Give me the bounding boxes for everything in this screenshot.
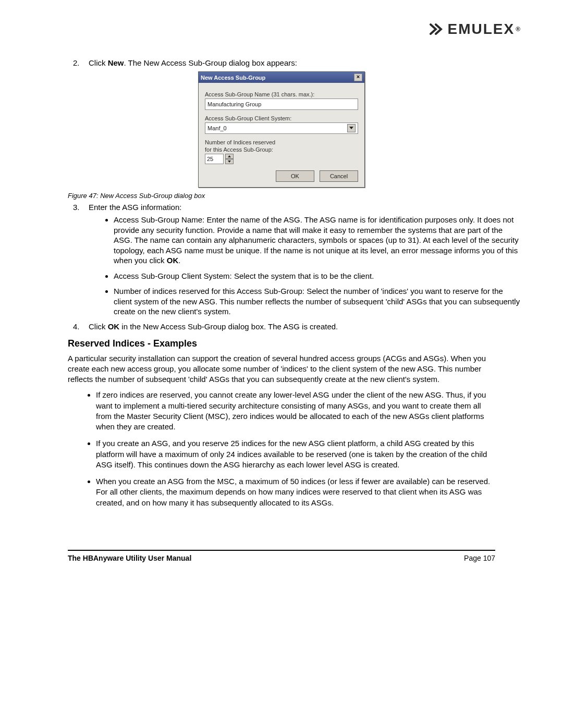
chevron-down-icon[interactable] [347, 124, 356, 132]
step-3-bullets: Access Sub-Group Name: Enter the name of… [104, 215, 521, 317]
step-2-bold: New [108, 58, 124, 67]
section-bullet-0: If zero indices are reserved, you cannot… [96, 390, 495, 432]
step-4-num: 4. [73, 322, 89, 331]
dialog-title: New Access Sub-Group [201, 75, 265, 81]
asg-name-input[interactable]: Manufacturing Group [205, 98, 358, 110]
asg-name-label: Access Sub-Group Name (31 chars. max.): [205, 91, 358, 97]
new-asg-dialog: New Access Sub-Group × Access Sub-Group … [198, 71, 365, 188]
indices-label-2: for this Access Sub-Group: [205, 146, 358, 153]
ok-button[interactable]: OK [276, 170, 314, 182]
step-3-text: Enter the ASG information: [89, 203, 521, 212]
section-bullet-1: If you create an ASG, and you reserve 25… [96, 438, 495, 470]
page-footer: The HBAnyware Utility User Manual Page 1… [68, 554, 495, 562]
step-3-bullet-1: Access Sub-Group Client System: Select t… [114, 271, 521, 281]
indices-value: 25 [207, 156, 213, 162]
step-4: 4. Click OK in the New Access Sub-Group … [73, 322, 521, 331]
asg-client-label: Access Sub-Group Client System: [205, 115, 358, 121]
footer-left: The HBAnyware Utility User Manual [68, 554, 191, 562]
figure-caption: Figure 47: New Access Sub-Group dialog b… [68, 192, 521, 200]
footer-rule [68, 550, 495, 551]
step-2: 2. Click New. The New Access Sub-Group d… [73, 58, 521, 67]
asg-name-value: Manufacturing Group [207, 100, 261, 108]
brand-logo: EMULEX® [42, 21, 521, 38]
section-paragraph: A particular security installation can s… [68, 353, 495, 385]
spin-up-icon[interactable] [225, 154, 234, 159]
emulex-mark-icon [430, 23, 444, 35]
step-2-post: . The New Access Sub-Group dialog box ap… [124, 58, 297, 67]
step-3-bullet-2: Number of indices reserved for this Acce… [114, 286, 521, 317]
section-heading: Reserved Indices - Examples [68, 338, 521, 349]
step-2-pre: Click [89, 58, 108, 67]
section-bullets: If zero indices are reserved, you cannot… [87, 390, 495, 508]
asg-client-select[interactable]: Manf_0 [205, 122, 358, 134]
indices-label-1: Number of Indices reserved [205, 139, 358, 145]
step-4-pre: Click [89, 322, 108, 331]
section-bullet-2: When you create an ASG from the MSC, a m… [96, 476, 495, 508]
indices-input[interactable]: 25 [205, 154, 224, 164]
cancel-button[interactable]: Cancel [320, 170, 358, 182]
footer-right: Page 107 [464, 554, 495, 562]
step-3: 3. Enter the ASG information: [73, 203, 521, 212]
step-3-bullet-0: Access Sub-Group Name: Enter the name of… [114, 215, 521, 266]
spin-down-icon[interactable] [225, 159, 234, 164]
brand-name: EMULEX [447, 21, 515, 38]
step-4-post: in the New Access Sub-Group dialog box. … [119, 322, 338, 331]
step-2-num: 2. [73, 58, 89, 67]
step-3-num: 3. [73, 203, 89, 212]
close-icon[interactable]: × [354, 73, 362, 81]
asg-client-value: Manf_0 [207, 124, 227, 132]
step-4-bold: OK [108, 322, 120, 331]
